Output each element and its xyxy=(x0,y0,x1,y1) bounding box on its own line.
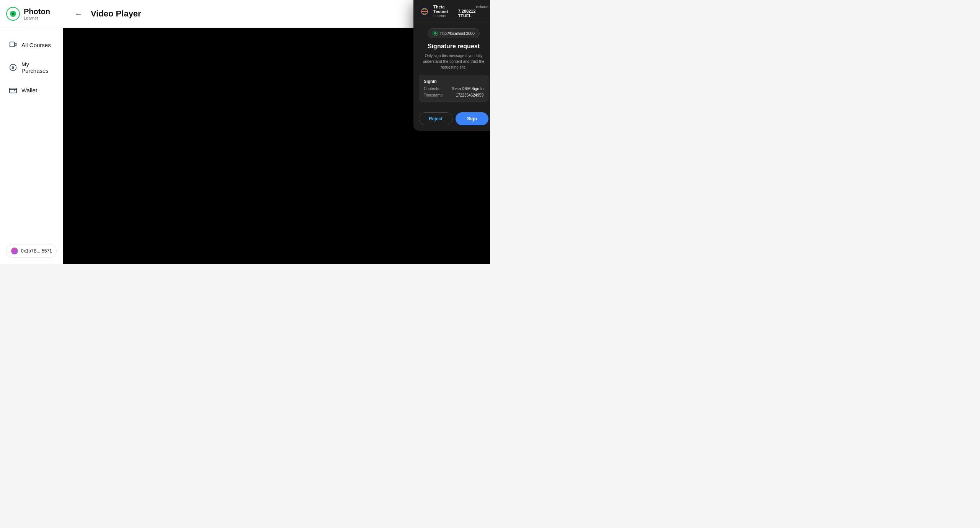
sig-title: Signature request xyxy=(428,43,480,50)
sig-desc: Only sign this message if you fully unde… xyxy=(419,53,488,70)
site-badge: http://localhost:3000 xyxy=(428,28,480,38)
card-title: SignIn xyxy=(424,79,483,84)
signature-card: SignIn Contents: Theta DRM Sign In Times… xyxy=(419,75,488,102)
page-title: Video Player xyxy=(91,9,141,19)
wallet-popup: Theta Testnet Learner Balance 7.288212 T… xyxy=(413,0,490,131)
app-name: Photon xyxy=(24,7,50,16)
wallet-avatar xyxy=(11,248,18,254)
popup-network: Theta Testnet Learner xyxy=(419,5,458,18)
theta-logo xyxy=(419,6,430,17)
sidebar-item-wallet[interactable]: Wallet xyxy=(3,81,60,99)
popup-body: http://localhost:3000 Signature request … xyxy=(413,23,490,112)
svg-rect-4 xyxy=(10,88,16,93)
wallet-icon xyxy=(9,86,17,94)
reject-button[interactable]: Reject xyxy=(419,112,452,125)
back-arrow-icon: ← xyxy=(75,10,82,18)
sidebar-item-all-courses[interactable]: All Courses xyxy=(3,36,60,54)
balance-amount: 7.288212 TFUEL xyxy=(458,9,488,18)
contents-value: Theta DRM Sign In xyxy=(451,87,483,91)
card-row-contents: Contents: Theta DRM Sign In xyxy=(424,87,483,91)
app-role: Learner xyxy=(24,16,50,20)
logo-icon xyxy=(6,7,20,21)
sign-button[interactable]: Sign xyxy=(456,112,488,125)
wallet-label: Wallet xyxy=(21,87,37,93)
wallet-address-text: 0x1b7B....5571 xyxy=(21,248,52,254)
logo-text: Photon Learner xyxy=(24,7,50,20)
dollar-icon xyxy=(9,64,17,71)
svg-rect-0 xyxy=(10,42,15,47)
site-url: http://localhost:3000 xyxy=(440,31,475,36)
wallet-address-button[interactable]: 0x1b7B....5571 xyxy=(6,244,57,258)
svg-rect-5 xyxy=(14,90,15,92)
logo-area: Photon Learner xyxy=(0,0,63,28)
contents-label: Contents: xyxy=(424,87,440,91)
my-purchases-label: My Purchases xyxy=(21,61,54,74)
timestamp-value: 1722354624959 xyxy=(456,93,483,97)
video-icon xyxy=(9,41,17,49)
card-row-timestamp: Timestamp: 1722354624959 xyxy=(424,93,483,97)
back-button[interactable]: ← xyxy=(72,8,85,20)
site-icon xyxy=(433,31,438,36)
popup-header: Theta Testnet Learner Balance 7.288212 T… xyxy=(413,0,490,23)
balance-label: Balance xyxy=(476,5,488,9)
sidebar-item-my-purchases[interactable]: My Purchases xyxy=(3,56,60,79)
network-name: Theta Testnet xyxy=(433,5,458,14)
popup-actions: Reject Sign xyxy=(413,112,490,131)
all-courses-label: All Courses xyxy=(21,42,51,48)
popup-balance: Balance 7.288212 TFUEL xyxy=(458,5,488,18)
sidebar-footer: 0x1b7B....5571 xyxy=(0,238,63,264)
content-wrapper: ← Video Player xyxy=(63,0,490,264)
sidebar: Photon Learner All Courses My Purchases xyxy=(0,0,63,264)
sidebar-nav: All Courses My Purchases Wallet xyxy=(0,28,63,107)
popup-network-info: Theta Testnet Learner xyxy=(433,5,458,18)
popup-account: Learner xyxy=(433,14,458,18)
timestamp-label: Timestamp: xyxy=(424,93,444,97)
